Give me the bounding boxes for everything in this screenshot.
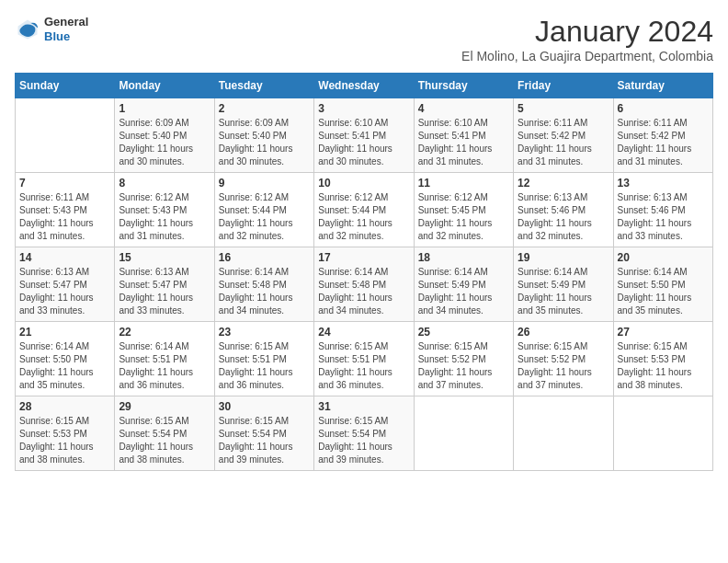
day-number: 10 — [318, 177, 409, 190]
day-number: 13 — [618, 177, 709, 190]
month-title: January 2024 — [461, 15, 713, 49]
calendar-cell: 2Sunrise: 6:09 AM Sunset: 5:40 PM Daylig… — [214, 98, 313, 173]
day-info: Sunrise: 6:15 AM Sunset: 5:53 PM Dayligh… — [618, 340, 709, 392]
calendar-cell: 27Sunrise: 6:15 AM Sunset: 5:53 PM Dayli… — [613, 322, 712, 396]
logo-blue: Blue — [44, 29, 88, 44]
day-number: 9 — [219, 177, 310, 190]
day-number: 26 — [518, 326, 609, 339]
day-number: 24 — [318, 326, 409, 339]
calendar-cell: 24Sunrise: 6:15 AM Sunset: 5:51 PM Dayli… — [314, 322, 414, 396]
column-header-tuesday: Tuesday — [214, 74, 313, 98]
calendar-cell: 22Sunrise: 6:14 AM Sunset: 5:51 PM Dayli… — [115, 322, 214, 396]
calendar-header-row: SundayMondayTuesdayWednesdayThursdayFrid… — [16, 74, 713, 98]
calendar-cell: 21Sunrise: 6:14 AM Sunset: 5:50 PM Dayli… — [16, 322, 115, 396]
calendar-cell: 16Sunrise: 6:14 AM Sunset: 5:48 PM Dayli… — [214, 247, 313, 322]
day-info: Sunrise: 6:15 AM Sunset: 5:53 PM Dayligh… — [19, 415, 110, 466]
calendar-cell: 28Sunrise: 6:15 AM Sunset: 5:53 PM Dayli… — [16, 396, 115, 471]
calendar-cell: 7Sunrise: 6:11 AM Sunset: 5:43 PM Daylig… — [16, 173, 115, 247]
title-block: January 2024 El Molino, La Guajira Depar… — [461, 15, 713, 63]
column-header-saturday: Saturday — [613, 74, 712, 98]
day-info: Sunrise: 6:15 AM Sunset: 5:54 PM Dayligh… — [318, 415, 409, 466]
calendar-cell — [16, 98, 115, 173]
logo-text: General Blue — [44, 15, 88, 43]
day-info: Sunrise: 6:11 AM Sunset: 5:42 PM Dayligh… — [618, 117, 709, 168]
calendar-cell: 15Sunrise: 6:13 AM Sunset: 5:47 PM Dayli… — [115, 247, 214, 322]
day-number: 2 — [219, 102, 310, 115]
calendar-cell: 19Sunrise: 6:14 AM Sunset: 5:49 PM Dayli… — [514, 247, 613, 322]
column-header-friday: Friday — [514, 74, 613, 98]
day-number: 6 — [618, 102, 709, 115]
calendar-table: SundayMondayTuesdayWednesdayThursdayFrid… — [15, 73, 713, 471]
logo-icon — [15, 17, 40, 42]
day-info: Sunrise: 6:14 AM Sunset: 5:50 PM Dayligh… — [618, 266, 709, 317]
calendar-cell: 20Sunrise: 6:14 AM Sunset: 5:50 PM Dayli… — [613, 247, 712, 322]
calendar-cell: 6Sunrise: 6:11 AM Sunset: 5:42 PM Daylig… — [613, 98, 712, 173]
day-number: 21 — [19, 326, 110, 339]
day-number: 16 — [219, 251, 310, 264]
day-info: Sunrise: 6:15 AM Sunset: 5:51 PM Dayligh… — [318, 340, 409, 392]
day-info: Sunrise: 6:15 AM Sunset: 5:52 PM Dayligh… — [518, 340, 609, 392]
day-info: Sunrise: 6:13 AM Sunset: 5:47 PM Dayligh… — [119, 266, 210, 317]
day-info: Sunrise: 6:12 AM Sunset: 5:44 PM Dayligh… — [219, 191, 310, 243]
calendar-week-row: 1Sunrise: 6:09 AM Sunset: 5:40 PM Daylig… — [16, 98, 713, 173]
day-number: 7 — [19, 177, 110, 190]
page-header: General Blue January 2024 El Molino, La … — [15, 15, 713, 63]
day-number: 1 — [119, 102, 210, 115]
calendar-cell: 23Sunrise: 6:15 AM Sunset: 5:51 PM Dayli… — [214, 322, 313, 396]
calendar-cell: 5Sunrise: 6:11 AM Sunset: 5:42 PM Daylig… — [514, 98, 613, 173]
day-info: Sunrise: 6:13 AM Sunset: 5:47 PM Dayligh… — [19, 266, 110, 317]
day-number: 31 — [318, 400, 409, 413]
day-number: 15 — [119, 251, 210, 264]
day-number: 27 — [618, 326, 709, 339]
column-header-thursday: Thursday — [414, 74, 513, 98]
day-info: Sunrise: 6:11 AM Sunset: 5:42 PM Dayligh… — [518, 117, 609, 168]
calendar-week-row: 28Sunrise: 6:15 AM Sunset: 5:53 PM Dayli… — [16, 396, 713, 471]
calendar-cell: 18Sunrise: 6:14 AM Sunset: 5:49 PM Dayli… — [414, 247, 513, 322]
day-info: Sunrise: 6:09 AM Sunset: 5:40 PM Dayligh… — [219, 117, 310, 168]
day-info: Sunrise: 6:12 AM Sunset: 5:44 PM Dayligh… — [318, 191, 409, 243]
day-number: 8 — [119, 177, 210, 190]
day-number: 30 — [219, 400, 310, 413]
day-info: Sunrise: 6:14 AM Sunset: 5:49 PM Dayligh… — [418, 266, 509, 317]
day-number: 19 — [518, 251, 609, 264]
calendar-cell: 13Sunrise: 6:13 AM Sunset: 5:46 PM Dayli… — [613, 173, 712, 247]
day-number: 22 — [119, 326, 210, 339]
calendar-cell: 17Sunrise: 6:14 AM Sunset: 5:48 PM Dayli… — [314, 247, 414, 322]
day-info: Sunrise: 6:13 AM Sunset: 5:46 PM Dayligh… — [618, 191, 709, 243]
calendar-cell: 10Sunrise: 6:12 AM Sunset: 5:44 PM Dayli… — [314, 173, 414, 247]
day-number: 5 — [518, 102, 609, 115]
day-number: 25 — [418, 326, 509, 339]
calendar-cell — [613, 396, 712, 471]
day-info: Sunrise: 6:12 AM Sunset: 5:45 PM Dayligh… — [418, 191, 509, 243]
day-info: Sunrise: 6:15 AM Sunset: 5:54 PM Dayligh… — [119, 415, 210, 466]
day-number: 4 — [418, 102, 509, 115]
day-info: Sunrise: 6:15 AM Sunset: 5:52 PM Dayligh… — [418, 340, 509, 392]
calendar-cell: 3Sunrise: 6:10 AM Sunset: 5:41 PM Daylig… — [314, 98, 414, 173]
day-number: 28 — [19, 400, 110, 413]
calendar-cell: 8Sunrise: 6:12 AM Sunset: 5:43 PM Daylig… — [115, 173, 214, 247]
column-header-sunday: Sunday — [16, 74, 115, 98]
calendar-week-row: 7Sunrise: 6:11 AM Sunset: 5:43 PM Daylig… — [16, 173, 713, 247]
day-info: Sunrise: 6:10 AM Sunset: 5:41 PM Dayligh… — [318, 117, 409, 168]
calendar-cell: 4Sunrise: 6:10 AM Sunset: 5:41 PM Daylig… — [414, 98, 513, 173]
logo: General Blue — [15, 15, 88, 43]
day-number: 12 — [518, 177, 609, 190]
day-number: 18 — [418, 251, 509, 264]
calendar-cell: 29Sunrise: 6:15 AM Sunset: 5:54 PM Dayli… — [115, 396, 214, 471]
day-number: 23 — [219, 326, 310, 339]
calendar-cell: 1Sunrise: 6:09 AM Sunset: 5:40 PM Daylig… — [115, 98, 214, 173]
logo-general: General — [44, 15, 88, 29]
calendar-cell: 31Sunrise: 6:15 AM Sunset: 5:54 PM Dayli… — [314, 396, 414, 471]
calendar-cell — [514, 396, 613, 471]
calendar-cell: 14Sunrise: 6:13 AM Sunset: 5:47 PM Dayli… — [16, 247, 115, 322]
day-info: Sunrise: 6:13 AM Sunset: 5:46 PM Dayligh… — [518, 191, 609, 243]
day-info: Sunrise: 6:12 AM Sunset: 5:43 PM Dayligh… — [119, 191, 210, 243]
day-info: Sunrise: 6:10 AM Sunset: 5:41 PM Dayligh… — [418, 117, 509, 168]
day-info: Sunrise: 6:14 AM Sunset: 5:48 PM Dayligh… — [318, 266, 409, 317]
calendar-week-row: 14Sunrise: 6:13 AM Sunset: 5:47 PM Dayli… — [16, 247, 713, 322]
day-number: 20 — [618, 251, 709, 264]
day-number: 3 — [318, 102, 409, 115]
calendar-week-row: 21Sunrise: 6:14 AM Sunset: 5:50 PM Dayli… — [16, 322, 713, 396]
day-info: Sunrise: 6:15 AM Sunset: 5:51 PM Dayligh… — [219, 340, 310, 392]
calendar-cell: 26Sunrise: 6:15 AM Sunset: 5:52 PM Dayli… — [514, 322, 613, 396]
